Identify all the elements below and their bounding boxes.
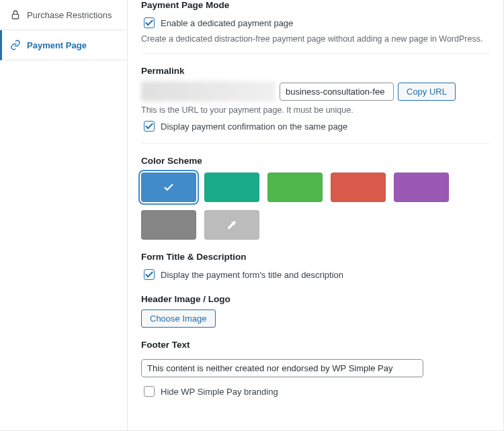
display-confirmation-checkbox[interactable] [144, 121, 155, 132]
color-swatch-2[interactable] [267, 173, 323, 202]
display-confirmation-label: Display payment confirmation on the same… [161, 122, 347, 132]
choose-image-button[interactable]: Choose Image [141, 309, 216, 328]
svg-rect-0 [12, 14, 18, 19]
permalink-slug-input[interactable] [280, 83, 394, 101]
mode-help-text: Create a dedicated distraction-free paym… [141, 34, 490, 44]
hide-branding-checkbox[interactable] [144, 386, 155, 397]
color-swatch-1[interactable] [204, 173, 259, 202]
footer-text-input[interactable] [141, 359, 423, 377]
section-title-color: Color Scheme [141, 156, 490, 166]
section-title-footer: Footer Text [141, 340, 490, 350]
enable-payment-page-checkbox[interactable] [144, 17, 155, 28]
link-icon [9, 39, 22, 51]
section-title-mode: Payment Page Mode [141, 0, 490, 10]
permalink-base-url [141, 81, 276, 101]
sidebar-item-payment-page[interactable]: Payment Page [0, 30, 127, 60]
hide-branding-label: Hide WP Simple Pay branding [161, 387, 278, 397]
section-title-header: Header Image / Logo [141, 294, 490, 304]
color-swatch-3[interactable] [331, 173, 386, 202]
color-swatches [141, 173, 464, 240]
section-title-form: Form Title & Description [141, 252, 490, 262]
display-form-title-label: Display the payment form's title and des… [161, 270, 343, 280]
color-swatch-0[interactable] [141, 173, 196, 202]
enable-payment-page-label: Enable a dedicated payment page [161, 18, 293, 28]
color-swatch-5[interactable] [141, 210, 196, 240]
lock-icon [9, 9, 22, 21]
section-title-permalink: Permalink [141, 66, 490, 76]
sidebar-item-purchase-restrictions[interactable]: Purchase Restrictions [0, 0, 127, 30]
color-swatch-4[interactable] [394, 173, 449, 202]
display-form-title-checkbox[interactable] [144, 269, 155, 280]
settings-sidebar: Purchase Restrictions Payment Page [0, 0, 128, 430]
sidebar-item-label: Payment Page [27, 40, 87, 50]
color-picker-swatch[interactable] [204, 210, 259, 240]
permalink-help-text: This is the URL to your payment page. It… [141, 105, 490, 115]
settings-content: Payment Page Mode Enable a dedicated pay… [128, 0, 503, 430]
sidebar-item-label: Purchase Restrictions [27, 10, 112, 20]
copy-url-button[interactable]: Copy URL [398, 83, 456, 101]
